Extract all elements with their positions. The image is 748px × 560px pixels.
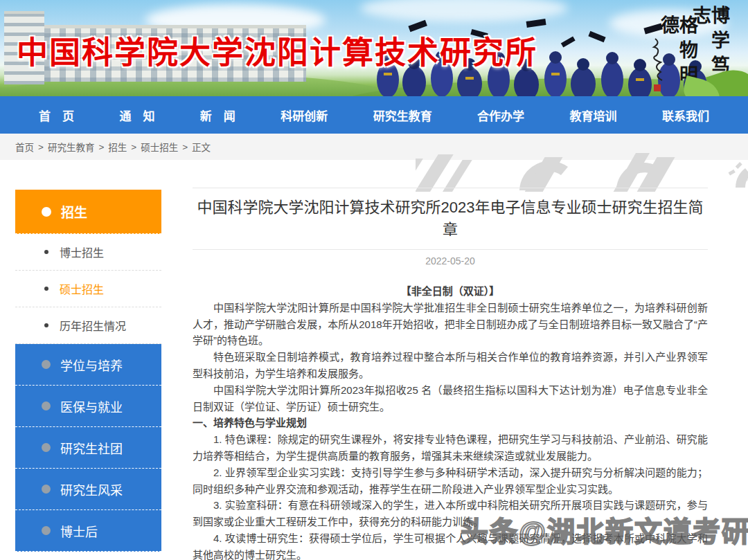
breadcrumb-separator: > xyxy=(131,142,136,152)
sidebar-item-label: 研究生社团 xyxy=(60,439,123,457)
breadcrumb-graduate-education[interactable]: 研究生教育 xyxy=(48,140,95,154)
site-title: 中国科学院大学沈阳计算技术研究所 xyxy=(17,28,564,73)
publish-date: 2022-05-20 xyxy=(193,255,708,267)
sidebar-item-label: 历年招生情况 xyxy=(60,317,126,334)
sidebar-item-student-life[interactable]: 研究生风采 xyxy=(15,469,161,510)
sidebar-item-label: 博士招生 xyxy=(60,244,104,260)
sidebar-item-degree-training[interactable]: 学位与培养 xyxy=(15,344,161,386)
breadcrumb-admissions[interactable]: 招生 xyxy=(108,140,127,154)
nav-item-graduate-education[interactable]: 研究生教育 xyxy=(373,107,432,124)
bullet-icon xyxy=(42,360,51,369)
bullet-icon xyxy=(44,287,48,291)
article-paragraph: 2. 业界领军型企业实习实践：支持引导学生参与多种科研学术活动，深入提升研究与分… xyxy=(193,464,708,498)
article: 中国科学院大学沈阳计算技术研究所2023年电子信息专业硕士研究生招生简章 202… xyxy=(193,176,708,560)
article-subtitle: 【非全日制（双证）】 xyxy=(193,283,708,300)
signature-calligraphy xyxy=(651,36,665,94)
sidebar-item-insurance-employment[interactable]: 医保与就业 xyxy=(15,386,161,427)
breadcrumb-separator: > xyxy=(98,142,104,152)
sidebar-item-admissions[interactable]: 招生 xyxy=(15,190,161,234)
nav-item-news[interactable]: 新 闻 xyxy=(200,107,235,124)
bullet-icon xyxy=(42,207,51,217)
sidebar-item-postdoc[interactable]: 博士后 xyxy=(15,510,161,552)
toutiao-watermark: 头条@湖北新文道考研 xyxy=(461,509,748,550)
nav-item-training[interactable]: 教育培训 xyxy=(570,107,617,124)
sidebar-item-student-clubs[interactable]: 研究生社团 xyxy=(15,427,161,469)
breadcrumb: 首页 > 研究生教育 > 招生 > 硕士招生 > 正文 xyxy=(0,134,748,160)
sidebar-section-label: 招生 xyxy=(61,202,87,221)
sidebar-item-label: 学位与培养 xyxy=(60,356,123,374)
sidebar-item-label: 硕士招生 xyxy=(60,280,104,297)
article-paragraph: 中国科学院大学沈阳计算所2023年拟招收25 名（最终招生指标以国科大下达计划为… xyxy=(193,382,708,415)
nav-item-research-innovation[interactable]: 科研创新 xyxy=(280,107,328,124)
content-area: 招生 博士招生 硕士招生 历年招生情况 学位与培养 医保与就业 xyxy=(0,160,748,560)
article-section-heading: 一、培养特色与学业规划 xyxy=(193,415,708,431)
sidebar-item-past-admissions[interactable]: 历年招生情况 xyxy=(15,307,161,344)
sidebar-item-label: 博士后 xyxy=(60,522,98,540)
main-nav: 首 页 通 知 新 闻 科研创新 研究生教育 合作办学 教育培训 联系我们 xyxy=(0,96,748,134)
article-paragraph: 中国科学院大学沈阳计算所是中国科学院大学批准招生非全日制硕士研究生培养单位之一，… xyxy=(193,300,708,349)
nav-item-notices[interactable]: 通 知 xyxy=(119,107,154,124)
page-title: 中国科学院大学沈阳计算技术研究所2023年电子信息专业硕士研究生招生简章 xyxy=(193,197,708,241)
bullet-icon xyxy=(42,526,51,535)
nav-item-home[interactable]: 首 页 xyxy=(39,107,74,124)
bullet-icon xyxy=(42,401,51,410)
article-paragraph: 特色班采取全日制培养模式，教育培养过程中整合本所与相关合作单位的教育培养资源，并… xyxy=(193,349,708,382)
divider xyxy=(193,249,708,250)
page: 中国科学院大学沈阳计算技术研究所 博学笃志 格物明德 首 页 通 知 新 闻 科… xyxy=(0,0,748,560)
breadcrumb-master-admissions[interactable]: 硕士招生 xyxy=(141,140,178,154)
divider xyxy=(193,188,708,188)
sidebar: 招生 博士招生 硕士招生 历年招生情况 学位与培养 医保与就业 xyxy=(15,190,161,552)
nav-item-contact[interactable]: 联系我们 xyxy=(662,107,709,124)
sidebar-item-label: 研究生风采 xyxy=(60,480,123,498)
article-paragraph: 1. 特色课程：除规定的研究生课程外，将安排专业特色课程，把研究生学习与科技前沿… xyxy=(193,431,708,464)
breadcrumb-current-page: 正文 xyxy=(192,140,211,154)
bullet-icon xyxy=(44,250,48,254)
breadcrumb-separator: > xyxy=(182,142,188,152)
sidebar-item-phd-admissions[interactable]: 博士招生 xyxy=(15,234,161,271)
bullet-icon xyxy=(42,485,51,494)
breadcrumb-separator: > xyxy=(38,142,44,152)
bullet-icon xyxy=(42,443,51,452)
breadcrumb-home[interactable]: 首页 xyxy=(15,140,34,154)
sidebar-item-label: 医保与就业 xyxy=(60,397,123,415)
sidebar-item-master-admissions[interactable]: 硕士招生 xyxy=(15,271,161,307)
header-banner: 中国科学院大学沈阳计算技术研究所 博学笃志 格物明德 xyxy=(0,0,748,96)
nav-item-cooperation[interactable]: 合作办学 xyxy=(477,107,524,124)
bullet-icon xyxy=(44,323,48,327)
